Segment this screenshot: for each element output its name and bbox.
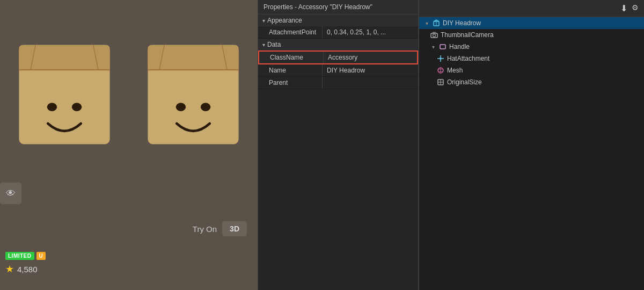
parent-val: [323, 77, 418, 89]
limited-tag: LIMITED: [5, 252, 34, 260]
explorer-header: ⬇ ⚙: [419, 0, 644, 17]
u-tag: U: [36, 252, 46, 260]
limited-badge: LIMITED U: [5, 252, 46, 260]
svg-point-13: [201, 103, 210, 111]
mesh-label: Mesh: [447, 67, 463, 74]
explorer-panel: ⬇ ⚙ ▾ DIY Headrow: [419, 0, 644, 290]
star-icon: ★: [5, 263, 14, 275]
attachment-point-key: AttachmentPoint: [258, 26, 323, 38]
properties-panel: Properties - Accessory "DIY Headrow" ▾ A…: [258, 0, 419, 290]
svg-rect-18: [440, 45, 445, 49]
eye-icon: 👁: [6, 188, 16, 199]
explorer-item-handle[interactable]: ▾ Handle: [419, 41, 644, 53]
explorer-item-hat-attachment[interactable]: HatAttachment: [419, 53, 644, 64]
bag-figure-1: [11, 16, 118, 177]
explorer-item-thumbnail-camera[interactable]: ThumbnailCamera: [419, 29, 644, 41]
thumbnail-camera-icon: [430, 31, 438, 39]
studio-overlay: Properties - Accessory "DIY Headrow" ▾ A…: [258, 0, 644, 290]
svg-point-19: [440, 57, 442, 60]
explorer-item-original-size[interactable]: OriginalSize: [419, 76, 644, 88]
diy-headrow-icon: [432, 19, 441, 27]
classname-val: Accessory: [324, 52, 417, 63]
diy-headrow-chevron: ▾: [423, 20, 430, 26]
data-section-header[interactable]: ▾ Data: [258, 39, 418, 50]
plugin-icon[interactable]: ⚙: [632, 3, 639, 13]
rating-row: ★ 4,580: [5, 263, 38, 275]
3d-button[interactable]: 3D: [222, 221, 247, 236]
bag-figure-2: [140, 16, 247, 177]
explorer-item-diy-headrow[interactable]: ▾ DIY Headrow: [419, 17, 644, 29]
diy-headrow-label: DIY Headrow: [443, 19, 481, 27]
parent-key: Parent: [258, 77, 323, 89]
name-key: Name: [258, 64, 323, 76]
hat-attachment-icon: [436, 54, 445, 63]
mesh-icon: [436, 66, 445, 75]
thumbnail-camera-label: ThumbnailCamera: [441, 31, 494, 39]
attachment-point-row: AttachmentPoint 0, 0.34, 0.25, 1, 0, ...: [258, 26, 418, 39]
handle-label: Handle: [449, 43, 470, 50]
data-chevron: ▾: [262, 42, 265, 48]
catalog-left-panel: 👁 Try On 3D LIMITED U ★ 4,580: [0, 0, 258, 290]
appearance-chevron: ▾: [262, 18, 265, 24]
item-preview-area: [0, 0, 258, 183]
svg-point-12: [176, 103, 186, 111]
name-val: DIY Headrow: [323, 64, 418, 76]
name-row: Name DIY Headrow: [258, 64, 418, 77]
rating-count: 4,580: [17, 265, 38, 274]
explorer-item-mesh[interactable]: Mesh: [419, 64, 644, 76]
attachment-point-val: 0, 0.34, 0.25, 1, 0, ...: [323, 26, 418, 38]
try-on-label: Try On: [193, 224, 217, 234]
svg-point-17: [433, 34, 436, 37]
original-size-label: OriginalSize: [447, 78, 482, 86]
handle-icon: [438, 42, 447, 51]
appearance-section-header[interactable]: ▾ Appearance: [258, 15, 418, 26]
bottom-controls: Try On 3D: [193, 221, 247, 236]
appearance-label: Appearance: [267, 17, 302, 24]
svg-point-5: [47, 103, 57, 111]
properties-panel-title: Properties - Accessory "DIY Headrow": [258, 0, 418, 15]
classname-row[interactable]: ClassName Accessory: [258, 50, 418, 64]
original-size-icon: [436, 78, 445, 86]
hat-attachment-label: HatAttachment: [447, 55, 489, 62]
parent-row: Parent: [258, 77, 418, 89]
handle-chevron: ▾: [430, 44, 436, 50]
data-label: Data: [267, 41, 281, 48]
classname-key: ClassName: [259, 52, 324, 63]
preview-eye-button[interactable]: 👁: [0, 183, 21, 204]
svg-point-6: [72, 103, 82, 111]
download-icon[interactable]: ⬇: [620, 3, 627, 13]
